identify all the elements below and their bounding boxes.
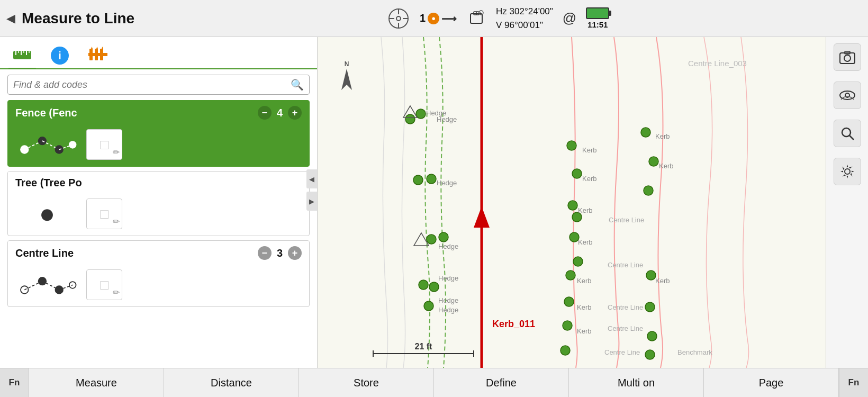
fence-name: Fence (Fenc [15, 107, 252, 119]
tree-body: □ [8, 194, 309, 236]
centreline-minus-btn[interactable]: − [258, 246, 272, 260]
svg-point-59 [566, 270, 575, 280]
svg-text:Hedge: Hedge [438, 274, 458, 282]
svg-text:Kerb: Kerb [655, 132, 670, 140]
centreline-sketch [15, 272, 79, 298]
page-button[interactable]: Page [704, 368, 839, 397]
multionoff-button[interactable]: Multi on [569, 368, 704, 397]
fence-minus-btn[interactable]: − [258, 106, 272, 120]
svg-text:Hedge: Hedge [438, 242, 458, 250]
store-button[interactable]: Store [299, 368, 434, 397]
svg-text:Centre Line: Centre Line [604, 348, 640, 356]
svg-point-68 [647, 331, 657, 341]
svg-point-51 [439, 232, 448, 242]
centreline-plus-btn[interactable]: + [288, 246, 302, 260]
fence-sketch [15, 131, 79, 158]
tab-info[interactable]: i [47, 43, 73, 69]
svg-point-45 [405, 114, 415, 124]
left-panel: i 🔍 Fence (Fenc − 4 + [0, 37, 318, 368]
svg-line-107 [849, 136, 854, 140]
fn-left-button[interactable]: Fn [0, 368, 29, 397]
svg-point-54 [424, 301, 433, 311]
back-button[interactable]: ◀ [6, 12, 15, 25]
define-button[interactable]: Define [434, 368, 569, 397]
distance-button[interactable]: Distance [164, 368, 299, 397]
search-icon[interactable]: 🔍 [291, 78, 304, 91]
tab-measure[interactable] [8, 44, 36, 69]
settings-button[interactable] [834, 158, 861, 185]
search-bar[interactable]: 🔍 [7, 75, 310, 95]
measure-button[interactable]: Measure [29, 368, 164, 397]
centreline-count: 3 [277, 247, 283, 259]
target-number: 1 ● ⟶ [420, 12, 457, 25]
fence-body: □ [8, 125, 309, 166]
battery-time: 11:51 [586, 7, 609, 29]
svg-marker-23 [96, 47, 98, 49]
svg-text:Kerb: Kerb [659, 162, 673, 170]
svg-point-39 [69, 282, 76, 288]
svg-text:Kerb: Kerb [582, 175, 596, 183]
svg-marker-22 [91, 47, 93, 49]
svg-text:Centre Line: Centre Line [608, 324, 643, 332]
svg-point-102 [844, 55, 851, 61]
svg-point-35 [38, 277, 47, 285]
tree-name: Tree (Tree Po [15, 177, 302, 189]
at-symbol: @ [563, 10, 576, 26]
svg-text:Kerb: Kerb [577, 277, 591, 285]
svg-point-31 [69, 141, 76, 148]
visibility-button[interactable] [834, 82, 861, 109]
battery-icon [586, 7, 609, 19]
search-button[interactable] [834, 120, 861, 147]
svg-text:Kerb: Kerb [577, 303, 591, 311]
crosshair-icon [387, 7, 410, 30]
svg-text:Centre Line: Centre Line [608, 303, 643, 311]
tree-header: Tree (Tree Po [8, 172, 309, 194]
svg-point-69 [645, 350, 655, 359]
svg-marker-24 [102, 47, 103, 49]
centreline-code-item: Centre Line − 3 + □ [7, 240, 310, 307]
tab-fence[interactable] [84, 43, 112, 69]
svg-text:Centre Line: Centre Line [609, 216, 644, 224]
svg-text:Hedge: Hedge [438, 306, 458, 314]
svg-text:Kerb: Kerb [655, 277, 670, 285]
fn-right-button[interactable]: Fn [839, 368, 868, 397]
svg-point-50 [427, 234, 436, 244]
fence-count: 4 [277, 107, 283, 119]
search-icon [840, 126, 855, 141]
fence-note-btn[interactable]: □ [86, 129, 122, 160]
centreline-header: Centre Line − 3 + [8, 241, 309, 265]
hz-v-angles: Hz 302°24'00" V 96°00'01" [496, 5, 553, 32]
svg-point-55 [567, 141, 576, 150]
camera-icon [839, 50, 855, 65]
tree-note-btn[interactable]: □ [86, 198, 122, 229]
svg-text:N: N [345, 60, 349, 68]
arrow-right-icon: ⟶ [441, 12, 457, 25]
svg-point-53 [429, 282, 439, 292]
page-title: Measure to Line [22, 10, 134, 27]
expand-right-arrow[interactable]: ▶ [306, 192, 317, 211]
clock-text: 11:51 [587, 20, 608, 29]
search-input[interactable] [13, 79, 291, 91]
camera-button[interactable] [834, 43, 861, 71]
map-svg: N [318, 37, 826, 368]
ruler-icon [13, 48, 32, 62]
svg-point-47 [413, 175, 423, 185]
svg-text:Kerb: Kerb [577, 327, 591, 335]
centreline-note-btn[interactable]: □ [86, 269, 122, 300]
svg-text:Benchmark: Benchmark [677, 348, 712, 356]
centreline-body: □ [8, 265, 309, 306]
svg-point-61 [563, 321, 572, 330]
svg-point-64 [649, 157, 658, 166]
svg-point-66 [646, 270, 656, 280]
svg-text:Hedge: Hedge [426, 109, 446, 117]
fence-plus-btn[interactable]: + [288, 106, 302, 120]
svg-marker-42 [341, 69, 352, 90]
svg-point-71 [573, 257, 583, 266]
svg-text:Centre Line_003: Centre Line_003 [688, 59, 747, 68]
fence-code-item: Fence (Fenc − 4 + □ [7, 100, 310, 167]
tab-icons: i [0, 37, 317, 69]
collapse-left-arrow[interactable]: ◀ [306, 169, 317, 188]
svg-text:Kerb_011: Kerb_011 [492, 319, 535, 329]
svg-point-63 [641, 128, 650, 137]
svg-point-108 [845, 169, 850, 174]
